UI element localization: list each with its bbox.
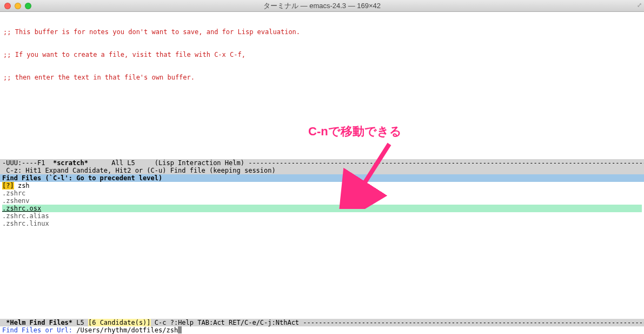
- scratch-line: ;; then enter the text in that file's ow…: [3, 74, 641, 81]
- cursor-icon: [178, 326, 182, 333]
- helm-candidate-list[interactable]: .zshrc .zshenv .zshrc.osx .zshrc.alias .…: [0, 189, 644, 227]
- annotation-label: C-nで移動できる: [308, 128, 402, 135]
- helm-mark-icon: [?]: [2, 182, 14, 189]
- resize-icon[interactable]: ⤢: [637, 2, 642, 9]
- modeline-helm: *Helm Find Files* L5 [6 Candidate(s)] C-…: [0, 319, 644, 326]
- scratch-line: ;; This buffer is for notes you don't wa…: [3, 28, 641, 36]
- modeline-scratch: -UUU:----F1 *scratch* All L5 (Lisp Inter…: [0, 159, 644, 167]
- list-item[interactable]: .zshrc: [2, 189, 642, 197]
- scratch-buffer[interactable]: ;; This buffer is for notes you don't wa…: [0, 12, 644, 96]
- list-item[interactable]: .zshenv: [2, 197, 642, 205]
- terminal-area[interactable]: ;; This buffer is for notes you don't wa…: [0, 12, 644, 334]
- list-item[interactable]: .zshrc.linux: [2, 220, 642, 227]
- list-item-selected[interactable]: .zshrc.osx: [2, 205, 642, 212]
- helm-source-header: Find Files (`C-l': Go to precedent level…: [0, 174, 644, 182]
- modeline-dashes: ----------------------------------------…: [248, 159, 644, 167]
- minibuffer-prompt: Find Files or Url:: [2, 326, 76, 334]
- helm-hint-line: C-z: Hit1 Expand Candidate, Hit2 or (C-u…: [0, 167, 644, 174]
- minibuffer-input[interactable]: /Users/rhythm/dotfiles/zsh: [76, 326, 178, 334]
- minibuffer[interactable]: Find Files or Url: /Users/rhythm/dotfile…: [0, 326, 644, 334]
- scratch-line: ;; If you want to create a file, visit t…: [3, 51, 641, 58]
- window-title: ターミナル — emacs-24.3 — 169×42: [0, 1, 644, 11]
- helm-query-text: zsh: [14, 182, 30, 189]
- helm-pattern-line: [?] zsh: [0, 182, 644, 189]
- list-item[interactable]: .zshrc.alias: [2, 212, 642, 220]
- candidate-count: [6 Candidate(s)]: [88, 319, 151, 326]
- window-titlebar: ターミナル — emacs-24.3 — 169×42 ⤢: [0, 0, 644, 12]
- modeline-dashes: ----------------------------------------…: [303, 319, 644, 326]
